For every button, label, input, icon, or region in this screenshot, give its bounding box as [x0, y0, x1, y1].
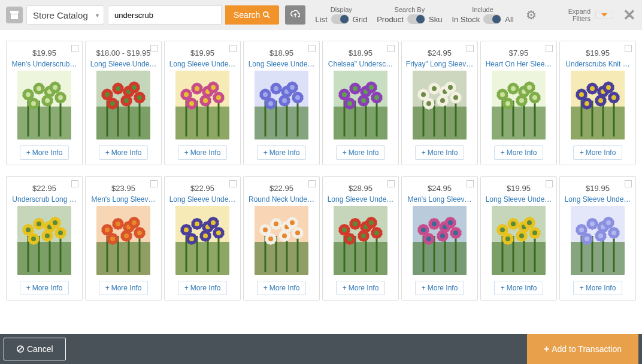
- select-checkbox[interactable]: [467, 180, 474, 187]
- product-price: $19.95: [167, 48, 238, 57]
- product-price: $23.95: [88, 184, 159, 193]
- include-toggle-group: Include In Stock All: [452, 6, 513, 24]
- svg-point-571: [282, 233, 287, 238]
- search-button[interactable]: Search: [225, 5, 279, 25]
- svg-point-493: [184, 228, 189, 232]
- results-area: $19.95 Men's Underscrub…: [0, 30, 642, 334]
- product-title[interactable]: Heart On Her Slee…: [483, 60, 554, 68]
- svg-point-463: [137, 230, 142, 235]
- plus-icon: +: [26, 148, 31, 157]
- more-info-button[interactable]: + More Info: [178, 281, 228, 295]
- display-grid-label: Grid: [353, 15, 368, 24]
- product-title[interactable]: Long Sleeve Unde…: [562, 195, 633, 204]
- product-price: $24.95: [404, 184, 475, 193]
- display-toggle[interactable]: [331, 14, 349, 24]
- product-title[interactable]: Underscrub Long …: [9, 195, 80, 204]
- svg-point-625: [369, 220, 374, 225]
- product-card: $18.00 - $19.95 Long Sleeve Unde…: [85, 41, 162, 165]
- product-title[interactable]: Long Sleeve Unde…: [246, 60, 317, 68]
- searchby-sku-label: Sku: [429, 15, 442, 24]
- product-card: $22.95 Underscrub Long …: [6, 176, 83, 301]
- plus-icon: +: [184, 148, 189, 157]
- select-checkbox[interactable]: [150, 180, 158, 187]
- product-title[interactable]: Long Sleeve Unde…: [483, 195, 554, 204]
- select-checkbox[interactable]: [467, 45, 474, 52]
- select-checkbox[interactable]: [546, 45, 553, 52]
- select-checkbox[interactable]: [625, 180, 632, 187]
- svg-point-451: [116, 222, 120, 226]
- select-checkbox[interactable]: [150, 45, 158, 52]
- select-checkbox[interactable]: [387, 180, 395, 187]
- svg-point-241: [369, 85, 374, 90]
- svg-rect-147: [255, 107, 308, 139]
- select-checkbox[interactable]: [229, 180, 237, 187]
- select-checkbox[interactable]: [308, 45, 316, 52]
- svg-rect-243: [413, 107, 467, 139]
- select-checkbox[interactable]: [308, 180, 316, 187]
- svg-point-229: [347, 101, 352, 106]
- product-title[interactable]: Chelsea" Undersc…: [325, 60, 396, 68]
- expand-filters-label[interactable]: Expand Filters: [568, 8, 590, 22]
- more-info-button[interactable]: + More Info: [494, 281, 544, 295]
- expand-filters-button[interactable]: [595, 11, 613, 19]
- select-checkbox[interactable]: [387, 45, 395, 52]
- include-toggle[interactable]: [483, 14, 501, 24]
- svg-point-589: [342, 228, 347, 232]
- searchby-toggle[interactable]: [407, 14, 425, 24]
- select-checkbox[interactable]: [71, 45, 78, 52]
- upload-button[interactable]: [285, 5, 305, 25]
- product-title[interactable]: Long Sleeve Unde…: [325, 195, 396, 204]
- product-title[interactable]: Long Sleeve Unde…: [167, 60, 238, 68]
- more-info-button[interactable]: + More Info: [20, 281, 69, 295]
- product-card: $24.95 Friyay" Long Sleev…: [401, 41, 478, 165]
- more-info-button[interactable]: + More Info: [415, 281, 465, 295]
- plus-icon: +: [264, 148, 268, 157]
- product-title[interactable]: Long Sleeve Unde…: [88, 60, 159, 68]
- plus-icon: +: [343, 148, 347, 157]
- more-info-button[interactable]: + More Info: [573, 145, 623, 160]
- svg-point-655: [453, 230, 458, 235]
- catalog-select[interactable]: Store Catalog: [26, 5, 104, 25]
- more-info-button[interactable]: + More Info: [415, 145, 465, 160]
- more-info-button[interactable]: + More Info: [336, 145, 386, 160]
- more-info-button[interactable]: + More Info: [99, 145, 149, 160]
- svg-point-757: [585, 236, 589, 241]
- svg-point-91: [124, 98, 129, 103]
- svg-point-475: [124, 233, 129, 238]
- select-checkbox[interactable]: [229, 45, 237, 52]
- select-checkbox[interactable]: [71, 180, 78, 187]
- svg-point-565: [268, 236, 273, 241]
- svg-point-235: [361, 98, 366, 103]
- more-info-button[interactable]: + More Info: [257, 281, 307, 295]
- more-info-button[interactable]: + More Info: [20, 145, 69, 160]
- select-checkbox[interactable]: [625, 45, 632, 52]
- product-card: $19.95 Underscrubs Knit …: [559, 41, 636, 165]
- select-checkbox[interactable]: [546, 180, 553, 187]
- more-info-button[interactable]: + More Info: [99, 281, 149, 295]
- cancel-button[interactable]: Cancel: [4, 338, 66, 360]
- more-info-button[interactable]: + More Info: [336, 281, 386, 295]
- svg-point-769: [606, 220, 611, 225]
- more-info-button[interactable]: + More Info: [178, 145, 228, 160]
- searchby-product-label: Product: [377, 15, 404, 24]
- product-title[interactable]: Round Neck Unde…: [246, 195, 317, 204]
- more-info-button[interactable]: + More Info: [494, 145, 544, 160]
- svg-point-79: [137, 95, 142, 100]
- product-title[interactable]: Underscrubs Knit …: [562, 60, 633, 68]
- svg-point-127: [216, 95, 221, 100]
- product-title[interactable]: Men's Long Sleev…: [404, 195, 475, 204]
- search-input[interactable]: [108, 5, 222, 25]
- product-title[interactable]: Friyay" Long Sleev…: [404, 60, 475, 68]
- svg-point-499: [195, 222, 199, 226]
- add-to-transaction-button[interactable]: + Add to Transaction: [527, 334, 638, 364]
- gear-icon[interactable]: ⚙: [526, 8, 537, 22]
- svg-point-367: [611, 95, 616, 100]
- product-title[interactable]: Men's Long Sleev…: [88, 195, 159, 204]
- more-info-button[interactable]: + More Info: [257, 145, 307, 160]
- ban-icon: [16, 345, 25, 353]
- more-info-button[interactable]: + More Info: [573, 281, 623, 295]
- svg-point-325: [505, 101, 510, 106]
- product-title[interactable]: Men's Underscrub…: [9, 60, 80, 68]
- close-icon[interactable]: ✕: [623, 6, 636, 25]
- product-title[interactable]: Long Sleeve Unde…: [167, 195, 238, 204]
